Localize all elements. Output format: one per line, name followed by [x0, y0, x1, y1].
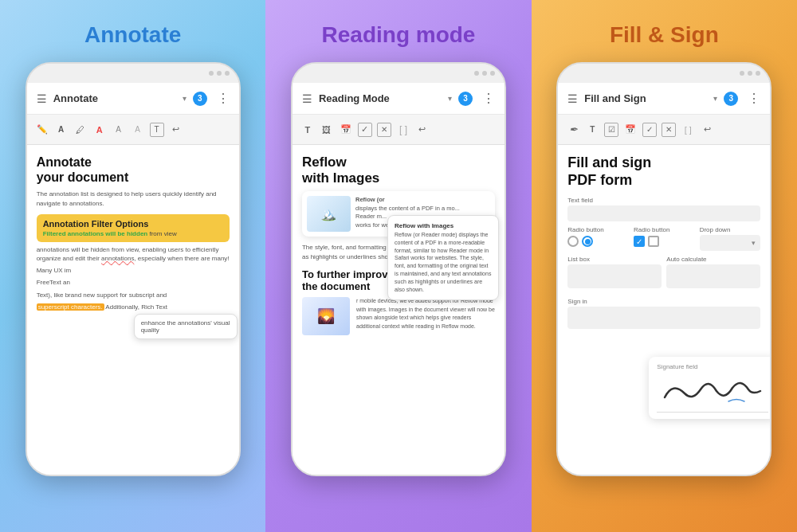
phone-bottom-bar: A ▾ A̲ A A ✕ [27, 475, 239, 476]
phone-bottom-bar: ⠿ 🔍 👁 ≡ [292, 475, 505, 476]
filter-green-text: Filtered annotations will be hidden [43, 230, 148, 237]
phone-header-title: Reading Mode [319, 92, 442, 104]
pencil-icon[interactable]: ✏️ [35, 123, 49, 137]
tooltip-body: Reflow (or Reader mode) displays the con… [395, 231, 492, 293]
checkbox-field-icon[interactable]: ☑ [604, 123, 618, 137]
status-dot [209, 71, 214, 76]
status-dot [474, 71, 479, 76]
status-bar [558, 64, 770, 83]
highlight-text: superscript characters. [37, 303, 104, 311]
more-icon[interactable]: ⋮ [217, 91, 230, 106]
signature-icon[interactable]: ✒ [566, 123, 580, 137]
signature-svg [657, 374, 768, 405]
phone-toolbar: ✒ T ☑ 📅 ✓ ✕ [ ] ↩ [558, 115, 770, 145]
reading-tooltip: Reflow with Images Reflow (or Reader mod… [387, 215, 499, 300]
doc-body6: Text), like brand new support for subscr… [37, 291, 230, 299]
calendar-icon[interactable]: 📅 [339, 123, 353, 137]
radio-inner [585, 239, 591, 244]
listbox-field[interactable] [567, 264, 662, 288]
phone-content: Fill and signPDF form Text field Radio b… [558, 145, 770, 475]
more-icon[interactable]: ⋮ [482, 91, 495, 106]
reading-panel: Reading mode ☰ Reading Mode ▾ 3 ⋮ T 🖼 📅 … [265, 0, 531, 532]
status-dot [748, 71, 752, 76]
text-field-icon[interactable]: T [585, 123, 599, 137]
bracket-field-icon[interactable]: [ ] [681, 123, 695, 137]
tooltip-text: enhance the annotations' visual quality [141, 319, 230, 334]
filter-title: Annotation Filter Options [43, 219, 223, 229]
fade-overlay [292, 443, 505, 475]
status-bar [292, 64, 505, 83]
sign-label: Sign in [567, 298, 760, 305]
annotate-panel: Annotate ☰ Annotate ▾ 3 ⋮ ✏️ A 🖊 A A A T… [0, 0, 265, 532]
form-title: Fill and signPDF form [567, 155, 760, 189]
annotation-filter-box: Annotation Filter Options Filtered annot… [37, 214, 230, 242]
font-color-icon[interactable]: A [92, 123, 107, 137]
status-dot [482, 71, 487, 76]
image-icon[interactable]: 🖼 [320, 123, 334, 137]
radio1-btn[interactable] [567, 236, 579, 247]
radio2-label: Radio button [634, 226, 695, 233]
tooltip-box: enhance the annotations' visual quality [134, 314, 238, 339]
radio2-btn[interactable] [582, 236, 593, 247]
notification-badge: 3 [193, 92, 207, 106]
phone-header-title: Fill and Sign [584, 92, 707, 104]
undo-icon[interactable]: ↩ [169, 123, 183, 137]
dropdown-field[interactable]: ▾ [700, 235, 761, 251]
status-bar [27, 64, 239, 83]
reading-phone: ☰ Reading Mode ▾ 3 ⋮ T 🖼 📅 ✓ ✕ [ ] ↩ Ref… [291, 62, 506, 476]
font-icon2[interactable]: A [112, 123, 126, 137]
phone-content: Annotateyour document The annotation lis… [27, 145, 239, 475]
status-dot [756, 71, 760, 76]
sign-title: Fill & Sign [610, 22, 719, 48]
text-tool-icon[interactable]: T [300, 123, 315, 137]
check-icon[interactable]: ✓ [358, 123, 372, 137]
reading-card-container: 🏔️ Reflow (or displays the content of a … [302, 191, 495, 237]
status-dot [225, 71, 230, 76]
bracket-icon[interactable]: [ ] [396, 123, 410, 137]
menu-icon[interactable]: ☰ [302, 92, 312, 105]
radio1-group [567, 236, 629, 247]
chevron-icon: ▾ [183, 94, 186, 103]
annotate-title: Annotate [84, 22, 181, 48]
radio1-label: Radio button [567, 226, 629, 233]
phone-content: Reflowwith Images 🏔️ Reflow (or displays… [292, 145, 505, 475]
x-mark-icon[interactable]: ✕ [662, 123, 676, 137]
checkbox1-btn[interactable]: ✓ [634, 236, 645, 247]
reading-img-row: 🌄 r mobile devices, we've added support … [302, 297, 495, 335]
reading-title: Reading mode [322, 22, 476, 48]
menu-icon[interactable]: ☰ [567, 92, 578, 105]
font-icon3[interactable]: A [131, 123, 145, 137]
filter-subtitle: Filtered annotations will be hidden from… [43, 230, 223, 237]
chevron-icon: ▾ [448, 94, 452, 103]
text-field-input[interactable] [567, 205, 760, 221]
radio2-col: Radio button ✓ [634, 226, 695, 251]
date-field-icon[interactable]: 📅 [623, 123, 638, 137]
radio1-col: Radio button [567, 226, 629, 251]
text-icon[interactable]: A [54, 123, 69, 137]
chevron-icon: ▾ [713, 94, 717, 103]
phone-header-title: Annotate [53, 92, 176, 104]
text-field-label: Text field [567, 197, 760, 204]
text-box-icon[interactable]: T [150, 123, 164, 137]
signature-scribble [657, 374, 768, 410]
highlight-icon[interactable]: 🖊 [73, 123, 88, 137]
doc-body4: Many UX im [37, 266, 230, 275]
autocalc-field[interactable] [666, 264, 760, 288]
menu-icon[interactable]: ☰ [37, 92, 47, 105]
autocalc-label: Auto calculate [666, 256, 760, 263]
notification-badge: 3 [724, 92, 738, 106]
more-icon[interactable]: ⋮ [748, 91, 760, 106]
tooltip-title: Reflow with Images [395, 222, 492, 229]
checkbox2-btn[interactable] [648, 236, 659, 247]
phone-header: ☰ Annotate ▾ 3 ⋮ [27, 83, 239, 115]
undo-icon[interactable]: ↩ [415, 123, 430, 137]
doc-body2: annotations will be hidden from view, en… [37, 245, 230, 263]
phone-header: ☰ Reading Mode ▾ 3 ⋮ [292, 83, 505, 115]
phone-toolbar: ✏️ A 🖊 A A A T ↩ [27, 115, 239, 145]
x-icon[interactable]: ✕ [377, 123, 391, 137]
check-mark-icon[interactable]: ✓ [642, 123, 657, 137]
signature-card: Signature field [649, 357, 770, 419]
sign-field[interactable] [567, 307, 760, 329]
autocalc-col: Auto calculate [666, 256, 760, 293]
undo-icon[interactable]: ↩ [700, 123, 714, 137]
